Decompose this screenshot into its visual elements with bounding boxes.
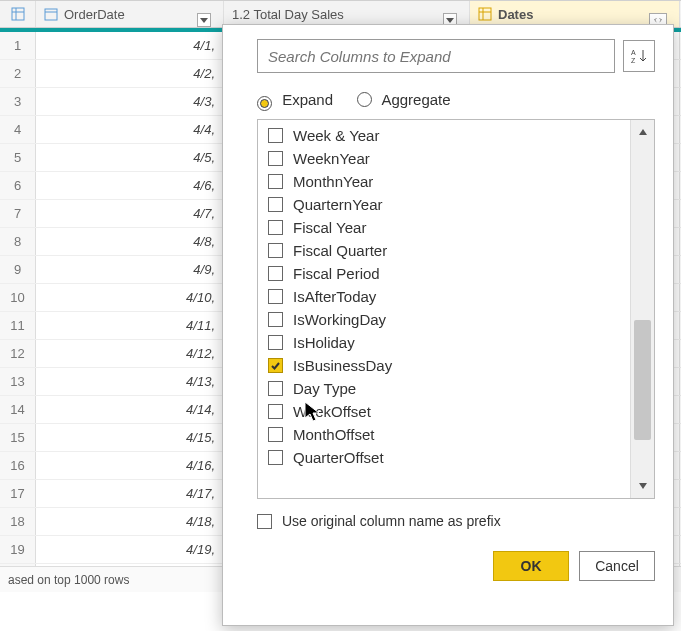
search-columns-input[interactable]: [257, 39, 615, 73]
radio-expand[interactable]: Expand: [257, 91, 333, 111]
svg-marker-12: [639, 129, 647, 135]
cell-orderdate[interactable]: 4/3,: [36, 88, 224, 115]
svg-rect-0: [12, 8, 24, 20]
row-index: 18: [0, 508, 36, 535]
calendar-icon: [44, 7, 58, 21]
cell-orderdate[interactable]: 4/6,: [36, 172, 224, 199]
cell-orderdate[interactable]: 4/10,: [36, 284, 224, 311]
sort-az-button[interactable]: A Z: [623, 40, 655, 72]
row-index: 8: [0, 228, 36, 255]
list-item-label: IsBusinessDay: [293, 357, 392, 374]
list-item-label: Fiscal Quarter: [293, 242, 387, 259]
list-item[interactable]: MonthOffset: [258, 423, 630, 446]
row-index: 4: [0, 116, 36, 143]
cancel-button[interactable]: Cancel: [579, 551, 655, 581]
column-label: Dates: [498, 7, 533, 22]
cell-orderdate[interactable]: 4/2,: [36, 60, 224, 87]
checkbox[interactable]: [268, 312, 283, 327]
row-index: 6: [0, 172, 36, 199]
checkbox[interactable]: [268, 335, 283, 350]
list-item-label: IsWorkingDay: [293, 311, 386, 328]
list-item[interactable]: IsAfterToday: [258, 285, 630, 308]
list-item[interactable]: IsWorkingDay: [258, 308, 630, 331]
cell-orderdate[interactable]: 4/12,: [36, 340, 224, 367]
columns-list-container: Week & YearWeeknYearMonthnYearQuarternYe…: [257, 119, 655, 499]
cell-orderdate[interactable]: 4/7,: [36, 200, 224, 227]
chevron-up-icon: [638, 127, 648, 137]
row-index: 15: [0, 424, 36, 451]
list-item[interactable]: WeeknYear: [258, 147, 630, 170]
scroll-up-button[interactable]: [631, 120, 655, 144]
expand-columns-popup: A Z Expand Aggregate Week & YearWeeknYea…: [222, 24, 674, 626]
row-index: 10: [0, 284, 36, 311]
checkbox[interactable]: [268, 128, 283, 143]
svg-rect-7: [479, 8, 491, 20]
list-item-label: WeeknYear: [293, 150, 370, 167]
list-item[interactable]: Fiscal Quarter: [258, 239, 630, 262]
row-index: 11: [0, 312, 36, 339]
list-item[interactable]: Week & Year: [258, 124, 630, 147]
svg-marker-5: [200, 18, 208, 23]
list-item-label: MonthnYear: [293, 173, 373, 190]
checkbox[interactable]: [268, 243, 283, 258]
select-all-cell[interactable]: [0, 1, 36, 27]
cell-orderdate[interactable]: 4/1,: [36, 32, 224, 59]
column-filter-dropdown[interactable]: [197, 13, 211, 27]
cell-orderdate[interactable]: 4/5,: [36, 144, 224, 171]
list-item[interactable]: Fiscal Period: [258, 262, 630, 285]
column-label: OrderDate: [64, 7, 125, 22]
prefix-checkbox[interactable]: [257, 514, 272, 529]
cell-orderdate[interactable]: 4/18,: [36, 508, 224, 535]
cell-orderdate[interactable]: 4/4,: [36, 116, 224, 143]
cell-orderdate[interactable]: 4/16,: [36, 452, 224, 479]
list-item-label: QuarterOffset: [293, 449, 384, 466]
list-item[interactable]: WeekOffset: [258, 400, 630, 423]
list-item-label: Fiscal Period: [293, 265, 380, 282]
cell-orderdate[interactable]: 4/9,: [36, 256, 224, 283]
list-item[interactable]: Day Type: [258, 377, 630, 400]
cell-orderdate[interactable]: 4/17,: [36, 480, 224, 507]
checkbox[interactable]: [268, 358, 283, 373]
columns-list[interactable]: Week & YearWeeknYearMonthnYearQuarternYe…: [258, 120, 630, 498]
list-item-label: Fiscal Year: [293, 219, 366, 236]
checkbox[interactable]: [268, 381, 283, 396]
radio-dot-icon: [257, 96, 272, 111]
list-item[interactable]: MonthnYear: [258, 170, 630, 193]
cell-orderdate[interactable]: 4/14,: [36, 396, 224, 423]
sort-az-icon: A Z: [631, 48, 647, 64]
cell-orderdate[interactable]: 4/19,: [36, 536, 224, 563]
scroll-down-button[interactable]: [631, 474, 655, 498]
list-item-label: WeekOffset: [293, 403, 371, 420]
radio-aggregate[interactable]: Aggregate: [357, 91, 451, 111]
cell-orderdate[interactable]: 4/13,: [36, 368, 224, 395]
checkbox[interactable]: [268, 450, 283, 465]
column-label: 1.2 Total Day Sales: [232, 7, 344, 22]
checkbox[interactable]: [268, 289, 283, 304]
status-text: ased on top 1000 rows: [8, 573, 129, 587]
list-item[interactable]: QuarternYear: [258, 193, 630, 216]
list-item[interactable]: IsHoliday: [258, 331, 630, 354]
row-index: 5: [0, 144, 36, 171]
checkbox[interactable]: [268, 151, 283, 166]
cell-orderdate[interactable]: 4/8,: [36, 228, 224, 255]
checkbox[interactable]: [268, 197, 283, 212]
column-header-orderdate[interactable]: OrderDate: [36, 1, 224, 27]
svg-text:Z: Z: [631, 57, 636, 64]
cell-orderdate[interactable]: 4/11,: [36, 312, 224, 339]
svg-marker-6: [446, 18, 454, 23]
row-index: 2: [0, 60, 36, 87]
list-item[interactable]: Fiscal Year: [258, 216, 630, 239]
scroll-thumb[interactable]: [634, 320, 651, 440]
checkbox[interactable]: [268, 174, 283, 189]
scrollbar[interactable]: [630, 120, 654, 498]
row-index: 7: [0, 200, 36, 227]
ok-button[interactable]: OK: [493, 551, 569, 581]
list-item[interactable]: IsBusinessDay: [258, 354, 630, 377]
checkbox[interactable]: [268, 220, 283, 235]
list-item[interactable]: QuarterOffset: [258, 446, 630, 469]
checkbox[interactable]: [268, 427, 283, 442]
checkbox[interactable]: [268, 266, 283, 281]
prefix-label: Use original column name as prefix: [282, 513, 501, 529]
cell-orderdate[interactable]: 4/15,: [36, 424, 224, 451]
checkbox[interactable]: [268, 404, 283, 419]
